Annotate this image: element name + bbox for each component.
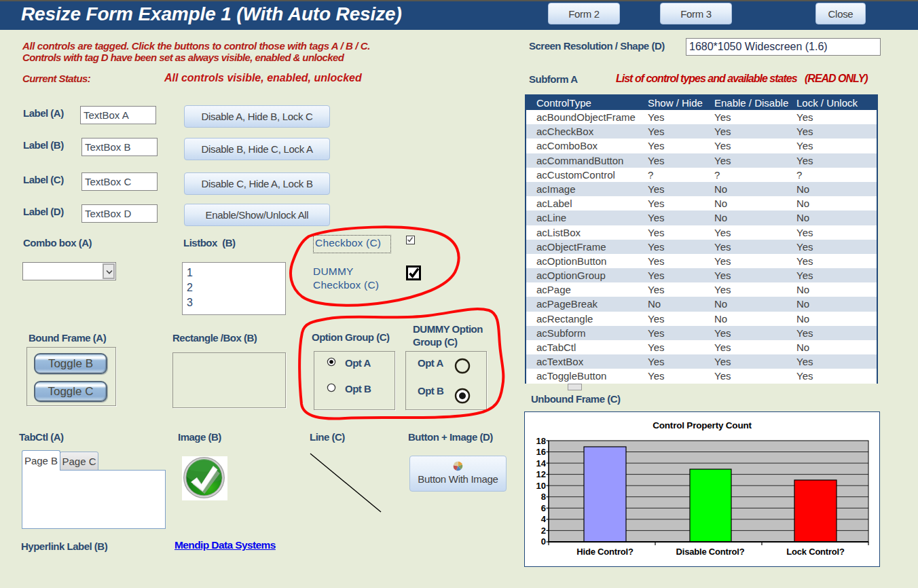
svg-text:Hide Control?: Hide Control?	[576, 547, 634, 557]
svg-text:18: 18	[536, 436, 546, 446]
svg-text:6: 6	[541, 503, 546, 513]
svg-text:Disable Control?: Disable Control?	[676, 547, 745, 557]
svg-text:8: 8	[541, 492, 546, 502]
svg-text:2: 2	[541, 526, 546, 536]
svg-text:16: 16	[536, 447, 546, 457]
svg-text:10: 10	[536, 481, 546, 491]
svg-text:0: 0	[541, 536, 546, 547]
svg-text:14: 14	[536, 458, 547, 468]
svg-text:4: 4	[541, 514, 547, 524]
svg-text:Lock Control?: Lock Control?	[786, 547, 845, 557]
svg-text:12: 12	[536, 469, 546, 479]
